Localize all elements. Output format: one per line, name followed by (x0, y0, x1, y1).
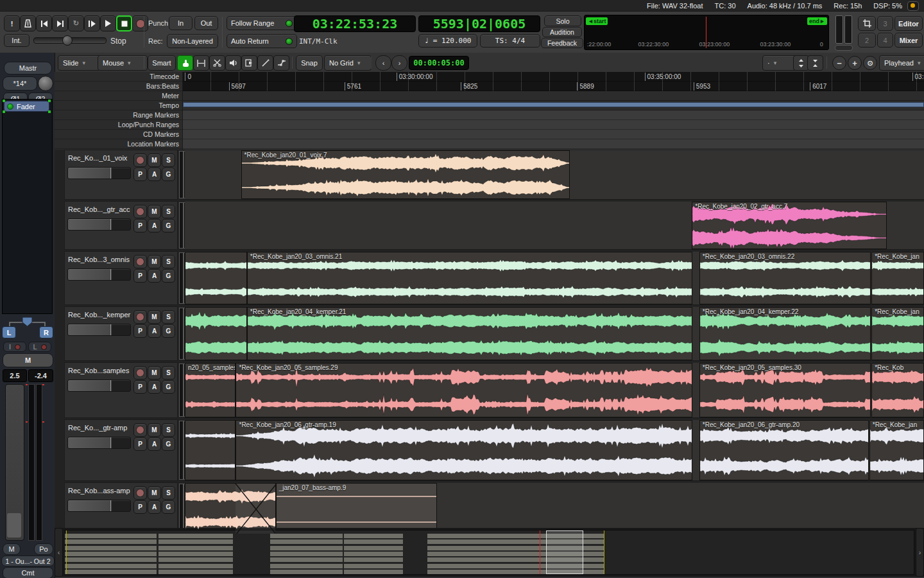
track-playlist-button[interactable]: P (133, 500, 147, 514)
session-start-marker[interactable]: ◄start (586, 17, 608, 25)
track-gain-slider[interactable] (67, 324, 131, 336)
solo-button[interactable]: Solo (544, 15, 581, 26)
audio-region[interactable]: *Rec_Kobe_jan20_06_gtr-amp.20 (699, 420, 869, 480)
track-group-button[interactable]: G (162, 168, 175, 181)
track-lane-rec-kob-ass-amp[interactable]: _jan20_07_bass-amp.9 (185, 482, 924, 535)
track-header-rec-kob-samples[interactable]: Rec_Kob...samplesMSPAG (64, 362, 178, 418)
ruler-lane-meter[interactable] (183, 91, 924, 101)
track-record-arm-button[interactable] (133, 205, 147, 218)
track-group-button[interactable]: G (162, 500, 175, 514)
master-fader[interactable] (5, 384, 24, 541)
nudge-forward-button[interactable]: › (391, 55, 407, 71)
audio-region[interactable]: *Rec_Kobe_jan (871, 307, 924, 360)
pan-left-button[interactable]: L (2, 326, 16, 338)
track-automation-button[interactable]: A (148, 219, 161, 232)
mute-2-button[interactable]: M (3, 543, 21, 555)
track-header-rec-kob-kemper[interactable]: Rec_Kob..._kemperMSPAG (64, 306, 178, 361)
output-button[interactable]: 1 - Ou...- Out 2 (1, 556, 55, 566)
session-end-marker[interactable]: end► (807, 17, 827, 25)
audio-region[interactable]: *Rec_Kob (871, 363, 924, 417)
track-name[interactable]: Rec_Kob..._kemper (68, 311, 130, 319)
audio-region[interactable]: *Rec_Kobe_jan20_05_samples.30 (699, 363, 871, 417)
midi-panic-button[interactable]: ! (4, 15, 20, 31)
tempo-map-bar[interactable] (183, 102, 924, 107)
snap-button[interactable]: Snap (296, 55, 323, 71)
audio-region[interactable] (185, 252, 247, 304)
summary-overview[interactable] (64, 530, 914, 575)
audio-region[interactable]: *Rec_Kobe_jan20_04_kemper.22 (699, 307, 871, 360)
track-lane-rec-kob-kemper[interactable]: *Rec_Kobe_jan20_04_kemper.21*Rec_Kobe_ja… (185, 306, 924, 361)
follow-range-button[interactable]: Follow Range (227, 16, 297, 30)
ruler-lane-bars-beats[interactable]: 569757615825588959536017 (183, 82, 924, 91)
processor-active-led-icon[interactable] (7, 103, 13, 110)
mixer-tab-button[interactable]: Mixer (894, 33, 923, 48)
pan-right-button[interactable]: R (39, 326, 53, 338)
audition-button[interactable]: Audition (542, 27, 582, 37)
track-solo-button[interactable]: S (162, 205, 175, 218)
track-gain-slider[interactable] (67, 500, 131, 512)
track-gain-slider[interactable] (67, 380, 131, 392)
shuttle-mode-button[interactable]: Int. (4, 34, 30, 47)
track-group-button[interactable]: G (162, 219, 175, 232)
tab-4-button[interactable]: 4 (877, 33, 893, 48)
summary-scroll-left-button[interactable]: ‹ (55, 528, 63, 577)
track-lane-rec-kob-3-omnis[interactable]: *Rec_Kobe_jan20_03_omnis.21*Rec_Kobe_jan… (185, 251, 924, 305)
ruler-label-location-markers[interactable]: Location Markers (55, 139, 182, 149)
shuttle-thumb[interactable] (62, 35, 73, 46)
track-automation-button[interactable]: A (148, 380, 161, 394)
ruler-label-meter[interactable]: Meter (55, 91, 182, 101)
track-name[interactable]: Rec_Kob..._gtr_acc (68, 206, 130, 213)
po-button[interactable]: Po (34, 543, 53, 555)
track-header-rec-kob-ass-amp[interactable]: Rec_Kob...ass-ampMSPAG (64, 482, 178, 535)
track-lane-rec-ko-01-voix[interactable]: *Rec_Kobe_jan20_01_voix.7 (185, 150, 924, 200)
audio-region[interactable] (185, 420, 235, 480)
ruler-lanes[interactable]: 003:30:00:0003:35:00:0003:40:00569757615… (183, 72, 924, 150)
summary-view-rectangle[interactable] (546, 530, 583, 574)
ruler-lane-loop-punch-ranges[interactable] (183, 120, 924, 130)
track-name[interactable]: Rec_Kob...ass-amp (68, 487, 130, 495)
time-signature-button[interactable]: TS: 4/4 (480, 34, 540, 48)
audio-region[interactable]: n20_05_samples. (185, 363, 235, 417)
peak-display[interactable]: -2.4 (28, 369, 53, 382)
track-group-button[interactable]: G (162, 437, 175, 451)
grid-dropdown[interactable]: No Grid▾ (324, 55, 372, 71)
edit-mode-dropdown[interactable]: Slide▾ (58, 55, 101, 71)
track-playlist-button[interactable]: P (133, 168, 147, 181)
go-to-end-button[interactable] (52, 15, 68, 31)
track-playlist-button[interactable]: P (133, 219, 147, 232)
track-header-rec-ko-01-voix[interactable]: Rec_Ko..._01_voixMSPAG (64, 150, 178, 200)
track-mute-button[interactable]: M (148, 205, 161, 218)
track-group-button[interactable]: G (162, 380, 175, 394)
play-button[interactable] (100, 15, 116, 31)
audio-region[interactable]: *Rec_Kobe_jan20_04_kemper.21 (247, 307, 693, 360)
track-lane-rec-kob-samples[interactable]: n20_05_samples.*Rec_Kobe_jan20_05_sample… (185, 362, 924, 418)
range-tool-button[interactable] (193, 55, 209, 71)
ruler-lane-location-markers[interactable] (183, 139, 924, 149)
error-log-led-button[interactable] (907, 1, 919, 11)
track-playlist-button[interactable]: P (133, 269, 147, 283)
expand-tracks-button[interactable] (807, 55, 823, 71)
ruler-label-loop-punch-ranges[interactable]: Loop/Punch Ranges (55, 120, 182, 130)
record-mode-button[interactable]: Non-Layered (167, 34, 218, 48)
track-automation-button[interactable]: A (148, 324, 161, 338)
audio-region[interactable]: *Rec_Kobe_jan20_06_gtr-amp.19 (235, 420, 692, 480)
metronome-button[interactable] (20, 15, 36, 31)
track-header-rec-ko-gtr-amp[interactable]: Rec_Ko..._gtr-ampMSPAG (64, 419, 178, 481)
recorder-tab-button[interactable] (858, 16, 876, 31)
fader-processor-entry[interactable]: Fader (4, 101, 49, 112)
track-record-arm-button[interactable] (133, 366, 147, 380)
audition-tool-button[interactable] (225, 55, 241, 71)
track-record-arm-button[interactable] (133, 153, 147, 167)
track-mute-button[interactable]: M (148, 423, 161, 437)
track-gain-slider[interactable] (67, 218, 131, 231)
audio-region[interactable]: *Rec_Kobe_jan20_05_samples.29 (235, 363, 692, 417)
editor-tab-button[interactable]: Editor (894, 16, 923, 31)
track-record-arm-button[interactable] (133, 255, 147, 268)
ruler-label-cd-markers[interactable]: CD Markers (55, 130, 182, 139)
summary-scroll-right-button[interactable]: › (916, 528, 924, 577)
track-solo-button[interactable]: S (162, 310, 175, 324)
nudge-back-button[interactable]: ‹ (375, 55, 391, 71)
feedback-button[interactable]: Feedback (541, 38, 583, 48)
track-playlist-button[interactable]: P (133, 324, 147, 338)
ruler-lane-timecode[interactable]: 003:30:00:0003:35:00:0003:40:00 (183, 72, 924, 82)
